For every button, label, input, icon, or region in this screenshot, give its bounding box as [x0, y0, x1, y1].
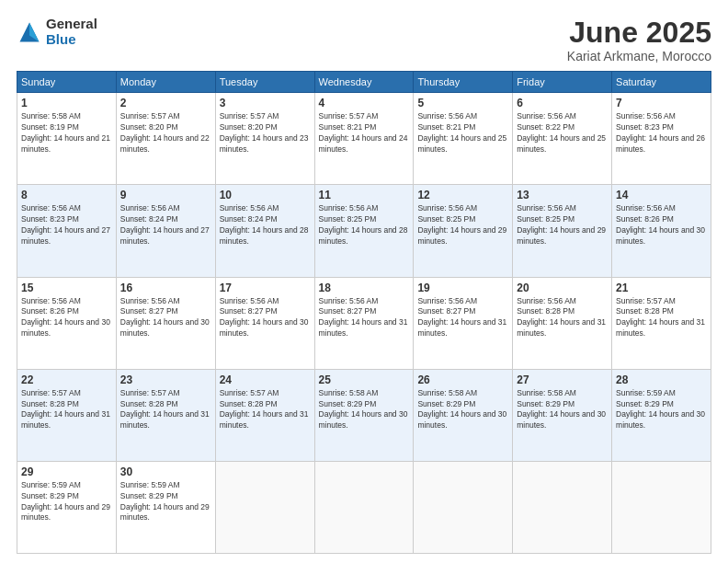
day-info: Sunrise: 5:56 AM Sunset: 8:25 PM Dayligh… — [417, 203, 508, 247]
day-number: 10 — [220, 189, 311, 201]
day-number: 30 — [120, 465, 211, 478]
table-cell: 28 Sunrise: 5:59 AM Sunset: 8:29 PM Dayl… — [612, 369, 711, 461]
day-number: 29 — [21, 465, 112, 478]
table-cell: 25 Sunrise: 5:58 AM Sunset: 8:29 PM Dayl… — [314, 369, 414, 461]
day-number: 22 — [21, 373, 112, 386]
table-cell: 26 Sunrise: 5:58 AM Sunset: 8:29 PM Dayl… — [414, 369, 513, 461]
table-cell: 12 Sunrise: 5:56 AM Sunset: 8:25 PM Dayl… — [414, 185, 513, 277]
table-cell — [513, 461, 612, 553]
day-info: Sunrise: 5:56 AM Sunset: 8:22 PM Dayligh… — [517, 111, 608, 155]
day-number: 12 — [417, 189, 508, 201]
day-info: Sunrise: 5:57 AM Sunset: 8:21 PM Dayligh… — [319, 111, 410, 155]
day-number: 21 — [616, 282, 707, 294]
day-number: 3 — [220, 97, 311, 109]
day-info: Sunrise: 5:56 AM Sunset: 8:26 PM Dayligh… — [616, 203, 707, 247]
day-info: Sunrise: 5:56 AM Sunset: 8:27 PM Dayligh… — [319, 296, 410, 340]
header: General Blue June 2025 Kariat Arkmane, M… — [17, 17, 711, 63]
day-number: 28 — [616, 373, 707, 386]
col-saturday: Saturday — [612, 72, 711, 93]
day-number: 14 — [616, 189, 707, 201]
table-cell: 24 Sunrise: 5:57 AM Sunset: 8:28 PM Dayl… — [215, 369, 314, 461]
day-info: Sunrise: 5:56 AM Sunset: 8:23 PM Dayligh… — [616, 111, 707, 155]
day-number: 15 — [21, 282, 112, 294]
day-number: 23 — [120, 373, 211, 386]
col-sunday: Sunday — [17, 72, 117, 93]
day-info: Sunrise: 5:56 AM Sunset: 8:27 PM Dayligh… — [417, 296, 508, 340]
table-cell: 14 Sunrise: 5:56 AM Sunset: 8:26 PM Dayl… — [612, 185, 711, 277]
day-number: 25 — [319, 373, 410, 386]
day-info: Sunrise: 5:56 AM Sunset: 8:27 PM Dayligh… — [220, 296, 311, 340]
day-info: Sunrise: 5:57 AM Sunset: 8:28 PM Dayligh… — [220, 388, 311, 432]
table-cell: 2 Sunrise: 5:57 AM Sunset: 8:20 PM Dayli… — [116, 93, 215, 185]
day-info: Sunrise: 5:57 AM Sunset: 8:28 PM Dayligh… — [120, 388, 211, 432]
col-wednesday: Wednesday — [314, 72, 414, 93]
table-cell: 8 Sunrise: 5:56 AM Sunset: 8:23 PM Dayli… — [17, 185, 117, 277]
day-info: Sunrise: 5:59 AM Sunset: 8:29 PM Dayligh… — [21, 480, 112, 524]
day-number: 4 — [319, 97, 410, 109]
logo-icon — [17, 19, 42, 45]
day-info: Sunrise: 5:57 AM Sunset: 8:20 PM Dayligh… — [120, 111, 211, 155]
logo-general: General — [46, 17, 97, 32]
day-info: Sunrise: 5:57 AM Sunset: 8:28 PM Dayligh… — [616, 296, 707, 340]
logo-text: General Blue — [46, 17, 97, 47]
col-friday: Friday — [513, 72, 612, 93]
table-cell: 15 Sunrise: 5:56 AM Sunset: 8:26 PM Dayl… — [17, 277, 117, 369]
day-number: 16 — [120, 282, 211, 294]
table-cell — [314, 461, 414, 553]
calendar-table: Sunday Monday Tuesday Wednesday Thursday… — [17, 71, 711, 554]
col-monday: Monday — [116, 72, 215, 93]
weekday-header-row: Sunday Monday Tuesday Wednesday Thursday… — [17, 72, 711, 93]
table-cell — [414, 461, 513, 553]
day-info: Sunrise: 5:58 AM Sunset: 8:19 PM Dayligh… — [21, 111, 112, 155]
day-info: Sunrise: 5:56 AM Sunset: 8:24 PM Dayligh… — [220, 203, 311, 247]
table-cell: 23 Sunrise: 5:57 AM Sunset: 8:28 PM Dayl… — [116, 369, 215, 461]
day-number: 24 — [220, 373, 311, 386]
day-info: Sunrise: 5:56 AM Sunset: 8:25 PM Dayligh… — [319, 203, 410, 247]
calendar-row: 22 Sunrise: 5:57 AM Sunset: 8:28 PM Dayl… — [17, 369, 711, 461]
table-cell — [215, 461, 314, 553]
day-info: Sunrise: 5:56 AM Sunset: 8:28 PM Dayligh… — [517, 296, 608, 340]
day-info: Sunrise: 5:59 AM Sunset: 8:29 PM Dayligh… — [616, 388, 707, 432]
table-cell: 10 Sunrise: 5:56 AM Sunset: 8:24 PM Dayl… — [215, 185, 314, 277]
day-number: 11 — [319, 189, 410, 201]
table-cell: 17 Sunrise: 5:56 AM Sunset: 8:27 PM Dayl… — [215, 277, 314, 369]
month-title: June 2025 — [567, 17, 711, 49]
logo: General Blue — [17, 17, 97, 47]
day-number: 17 — [220, 282, 311, 294]
day-number: 9 — [120, 189, 211, 201]
day-info: Sunrise: 5:58 AM Sunset: 8:29 PM Dayligh… — [517, 388, 608, 432]
day-number: 18 — [319, 282, 410, 294]
logo-blue: Blue — [46, 32, 97, 48]
day-info: Sunrise: 5:59 AM Sunset: 8:29 PM Dayligh… — [120, 480, 211, 524]
page: General Blue June 2025 Kariat Arkmane, M… — [0, 0, 728, 563]
col-thursday: Thursday — [414, 72, 513, 93]
table-cell: 1 Sunrise: 5:58 AM Sunset: 8:19 PM Dayli… — [17, 93, 117, 185]
day-info: Sunrise: 5:58 AM Sunset: 8:29 PM Dayligh… — [319, 388, 410, 432]
day-number: 20 — [517, 282, 608, 294]
calendar-row: 15 Sunrise: 5:56 AM Sunset: 8:26 PM Dayl… — [17, 277, 711, 369]
day-info: Sunrise: 5:56 AM Sunset: 8:21 PM Dayligh… — [417, 111, 508, 155]
calendar-row: 1 Sunrise: 5:58 AM Sunset: 8:19 PM Dayli… — [17, 93, 711, 185]
day-number: 5 — [417, 97, 508, 109]
table-cell: 11 Sunrise: 5:56 AM Sunset: 8:25 PM Dayl… — [314, 185, 414, 277]
day-number: 26 — [417, 373, 508, 386]
table-cell: 20 Sunrise: 5:56 AM Sunset: 8:28 PM Dayl… — [513, 277, 612, 369]
table-cell: 4 Sunrise: 5:57 AM Sunset: 8:21 PM Dayli… — [314, 93, 414, 185]
day-info: Sunrise: 5:56 AM Sunset: 8:27 PM Dayligh… — [120, 296, 211, 340]
table-cell: 22 Sunrise: 5:57 AM Sunset: 8:28 PM Dayl… — [17, 369, 117, 461]
table-cell: 19 Sunrise: 5:56 AM Sunset: 8:27 PM Dayl… — [414, 277, 513, 369]
day-number: 27 — [517, 373, 608, 386]
title-area: June 2025 Kariat Arkmane, Morocco — [567, 17, 711, 63]
day-number: 6 — [517, 97, 608, 109]
table-cell: 5 Sunrise: 5:56 AM Sunset: 8:21 PM Dayli… — [414, 93, 513, 185]
day-number: 13 — [517, 189, 608, 201]
table-cell: 7 Sunrise: 5:56 AM Sunset: 8:23 PM Dayli… — [612, 93, 711, 185]
day-info: Sunrise: 5:56 AM Sunset: 8:24 PM Dayligh… — [120, 203, 211, 247]
day-info: Sunrise: 5:56 AM Sunset: 8:26 PM Dayligh… — [21, 296, 112, 340]
day-number: 19 — [417, 282, 508, 294]
location: Kariat Arkmane, Morocco — [567, 49, 711, 63]
day-info: Sunrise: 5:56 AM Sunset: 8:25 PM Dayligh… — [517, 203, 608, 247]
table-cell: 21 Sunrise: 5:57 AM Sunset: 8:28 PM Dayl… — [612, 277, 711, 369]
table-cell — [612, 461, 711, 553]
day-number: 2 — [120, 97, 211, 109]
